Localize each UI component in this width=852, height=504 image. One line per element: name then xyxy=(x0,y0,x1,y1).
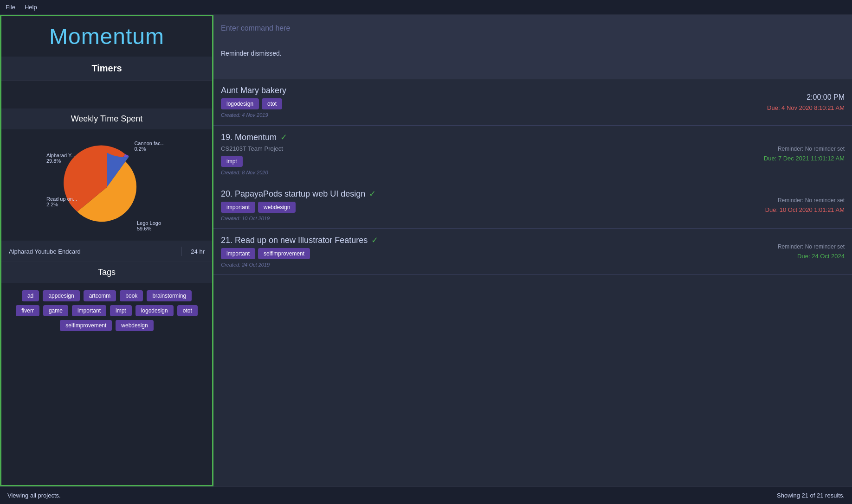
task-title-aunt-mary: Aunt Mary bakery xyxy=(221,86,286,96)
task-main-illustrator: 21. Read up on new Illustrator Features✓… xyxy=(213,229,713,274)
task-tag-otot[interactable]: otot xyxy=(262,98,282,109)
task-tag-logodesign[interactable]: logodesign xyxy=(221,98,259,109)
task-tags-aunt-mary: logodesignotot xyxy=(221,98,705,109)
task-tag-webdesign[interactable]: webdesign xyxy=(258,202,296,213)
task-item-illustrator[interactable]: 21. Read up on new Illustrator Features✓… xyxy=(213,229,852,275)
statusbar: Viewing all projects. Showing 21 of 21 r… xyxy=(0,486,852,504)
task-meta-illustrator: Reminder: No reminder setDue: 24 Oct 202… xyxy=(713,229,852,274)
task-time-aunt-mary: 2:00:00 PM xyxy=(807,93,845,102)
tag-selfimprovement[interactable]: selfimprovement xyxy=(60,320,112,331)
task-main-aunt-mary: Aunt Mary bakerylogodesignototCreated: 4… xyxy=(213,79,713,125)
menubar: File Help xyxy=(0,0,852,15)
task-title-papayapods: 20. PapayaPods startup web UI design xyxy=(221,189,365,199)
task-reminder-illustrator: Reminder: No reminder set xyxy=(778,243,845,250)
task-title-row-momentum: 19. Momentum✓ xyxy=(221,132,705,142)
task-main-papayapods: 20. PapayaPods startup web UI design✓imp… xyxy=(213,182,713,228)
task-created-papayapods: Created: 10 Oct 2019 xyxy=(221,216,705,221)
task-tags-illustrator: importantselfimprovement xyxy=(221,248,705,259)
tag-game[interactable]: game xyxy=(43,305,68,316)
timers-section-title: Timers xyxy=(1,57,212,81)
task-title-row-aunt-mary: Aunt Mary bakery xyxy=(221,86,705,96)
status-left: Viewing all projects. xyxy=(7,492,61,499)
sidebar: Momentum Timers Weekly Time Spent xyxy=(0,15,213,486)
task-meta-momentum: Reminder: No reminder setDue: 7 Dec 2021… xyxy=(713,126,852,182)
pie-chart-svg xyxy=(46,139,167,231)
tag-impt[interactable]: impt xyxy=(110,305,132,316)
main-layout: Momentum Timers Weekly Time Spent xyxy=(0,15,852,486)
task-meta-papayapods: Reminder: No reminder setDue: 10 Oct 202… xyxy=(713,182,852,228)
check-icon-momentum: ✓ xyxy=(280,132,287,142)
reminder-bar: Reminder dismissed. xyxy=(213,42,852,79)
command-bar xyxy=(213,15,852,42)
task-tag-selfimprovement[interactable]: selfimprovement xyxy=(258,248,310,259)
task-due-papayapods: Due: 10 Oct 2020 1:01:21 AM xyxy=(765,206,845,213)
task-tag-important[interactable]: important xyxy=(221,248,255,259)
tags-section-title: Tags xyxy=(1,262,212,283)
timer-spacer xyxy=(1,81,212,108)
time-divider xyxy=(181,247,181,256)
task-title-row-illustrator: 21. Read up on new Illustrator Features✓ xyxy=(221,235,705,245)
tag-appdesign[interactable]: appdesign xyxy=(43,290,79,301)
weekly-section-title: Weekly Time Spent xyxy=(1,108,212,129)
status-right: Showing 21 of 21 results. xyxy=(777,492,845,499)
time-entry-value: 24 hr xyxy=(186,248,205,255)
check-icon-papayapods: ✓ xyxy=(369,189,376,199)
task-main-momentum: 19. Momentum✓CS2103T Team ProjectimptCre… xyxy=(213,126,713,182)
task-item-momentum[interactable]: 19. Momentum✓CS2103T Team ProjectimptCre… xyxy=(213,126,852,182)
tag-artcomm[interactable]: artcomm xyxy=(84,290,116,301)
task-created-aunt-mary: Created: 4 Nov 2019 xyxy=(221,112,705,118)
task-subtitle-momentum: CS2103T Team Project xyxy=(221,145,705,152)
tag-webdesign[interactable]: webdesign xyxy=(116,320,153,331)
tag-otot[interactable]: otot xyxy=(177,305,198,316)
pie-chart: Cannon fac...0.2% Alpharad Y...29.8% Rea… xyxy=(46,139,167,231)
task-item-papayapods[interactable]: 20. PapayaPods startup web UI design✓imp… xyxy=(213,182,852,229)
task-due-momentum: Due: 7 Dec 2021 11:01:12 AM xyxy=(764,155,845,162)
right-panel: Reminder dismissed. Aunt Mary bakerylogo… xyxy=(213,15,852,486)
tag-logodesign[interactable]: logodesign xyxy=(136,305,174,316)
task-due-illustrator: Due: 24 Oct 2024 xyxy=(797,253,845,260)
task-meta-aunt-mary: 2:00:00 PMDue: 4 Nov 2020 8:10:21 AM xyxy=(713,79,852,125)
reminder-text: Reminder dismissed. xyxy=(221,50,282,57)
menu-help[interactable]: Help xyxy=(25,4,37,11)
task-tags-papayapods: importantwebdesign xyxy=(221,202,705,213)
task-title-momentum: 19. Momentum xyxy=(221,133,277,142)
tag-book[interactable]: book xyxy=(120,290,143,301)
tags-container: adappdesignartcommbookbrainstormingfiver… xyxy=(1,283,212,338)
tag-important[interactable]: important xyxy=(72,305,106,316)
task-title-row-papayapods: 20. PapayaPods startup web UI design✓ xyxy=(221,189,705,199)
task-title-illustrator: 21. Read up on new Illustrator Features xyxy=(221,236,368,245)
menu-file[interactable]: File xyxy=(6,4,15,11)
tasks-list: Aunt Mary bakerylogodesignototCreated: 4… xyxy=(213,79,852,486)
chart-area: Cannon fac...0.2% Alpharad Y...29.8% Rea… xyxy=(1,129,212,241)
tag-fiverr[interactable]: fiverr xyxy=(16,305,39,316)
task-due-aunt-mary: Due: 4 Nov 2020 8:10:21 AM xyxy=(767,104,845,111)
task-created-illustrator: Created: 24 Oct 2019 xyxy=(221,262,705,268)
task-reminder-momentum: Reminder: No reminder set xyxy=(778,146,845,152)
time-entry-label: Alpharad Youtube Endcard xyxy=(9,248,176,255)
tag-brainstorming[interactable]: brainstorming xyxy=(147,290,192,301)
app-title: Momentum xyxy=(1,16,212,57)
check-icon-illustrator: ✓ xyxy=(371,235,378,245)
task-reminder-papayapods: Reminder: No reminder set xyxy=(778,197,845,204)
time-entry-row: Alpharad Youtube Endcard 24 hr xyxy=(1,241,212,262)
command-input[interactable] xyxy=(213,15,852,42)
task-tags-momentum: impt xyxy=(221,156,705,167)
task-created-momentum: Created: 8 Nov 2020 xyxy=(221,170,705,175)
task-tag-important[interactable]: important xyxy=(221,202,255,213)
task-item-aunt-mary[interactable]: Aunt Mary bakerylogodesignototCreated: 4… xyxy=(213,79,852,126)
tag-ad[interactable]: ad xyxy=(22,290,39,301)
task-tag-impt[interactable]: impt xyxy=(221,156,243,167)
